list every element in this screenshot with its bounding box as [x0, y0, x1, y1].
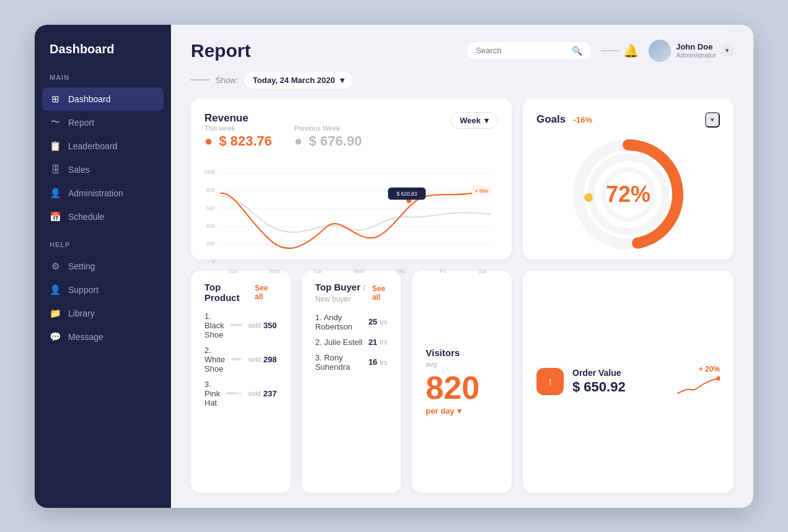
- table-row: 1. Black Shoe sold 350: [204, 312, 277, 339]
- visitors-card: Visitors avg 820 per day ▾: [412, 271, 512, 493]
- buyer-name: 1. Andy Robertson: [315, 313, 369, 331]
- svg-text:0: 0: [212, 258, 215, 264]
- header: Report 🔍 🔔 John Doe Administrator ▾: [171, 25, 753, 72]
- goals-dropdown[interactable]: ▾: [705, 112, 720, 128]
- sidebar-item-label: Report: [68, 118, 94, 128]
- sidebar-section-help: Help: [35, 241, 171, 255]
- notification-bell[interactable]: 🔔: [601, 43, 639, 58]
- sales-icon: 🗄: [50, 164, 61, 175]
- sidebar-item-label: Dashboard: [68, 94, 111, 104]
- svg-text:Tue: Tue: [313, 268, 322, 274]
- order-value-card: ↑ Order Value $ 650.92 + 20%: [523, 271, 733, 493]
- sidebar-item-report[interactable]: 〜 Report: [35, 111, 171, 134]
- svg-text:Sun: Sun: [229, 268, 238, 274]
- sidebar-section-main: Main: [35, 74, 171, 87]
- product-count: 237: [263, 389, 277, 398]
- revenue-stats: This week ● $ 823.76 Previous Week ●: [204, 124, 362, 149]
- product-bar: [226, 392, 237, 395]
- user-role: Administrator: [676, 51, 716, 59]
- prev-week-label: Previous Week: [294, 124, 362, 132]
- visitors-per-day: per day ▾: [426, 406, 461, 416]
- date-line: [191, 79, 209, 81]
- sidebar-item-message[interactable]: 💬 Message: [35, 325, 171, 349]
- sidebar: Dashboard Main ⊞ Dashboard 〜 Report 📋 Le…: [35, 25, 171, 508]
- product-count: 298: [263, 355, 277, 364]
- product-name: 1. Black Shoe: [204, 312, 224, 339]
- date-dropdown[interactable]: Today, 24 March 2020 ▾: [244, 72, 352, 89]
- week-button[interactable]: Week ▾: [450, 112, 498, 129]
- top-product-header: Top Product See all: [204, 282, 277, 303]
- svg-text:1000: 1000: [204, 168, 215, 175]
- sidebar-item-sales[interactable]: 🗄 Sales: [35, 158, 171, 181]
- product-name: 3. Pink Hat: [204, 380, 220, 408]
- search-box[interactable]: 🔍: [467, 42, 591, 59]
- order-badge: + 20%: [699, 365, 720, 373]
- sidebar-item-library[interactable]: 📁 Library: [35, 302, 171, 325]
- sidebar-item-label: Leaderboard: [68, 141, 117, 151]
- top-buyer-header: Top Buyer / New buyer See all: [315, 282, 388, 304]
- goals-card: Goals -16% ▾: [523, 98, 733, 259]
- date-value: Today, 24 March 2020: [253, 76, 335, 85]
- message-icon: 💬: [50, 331, 61, 342]
- table-row: 3. Pink Hat sold 237: [204, 380, 277, 408]
- library-icon: 📁: [50, 308, 61, 319]
- svg-text:Sat: Sat: [478, 268, 486, 274]
- header-right: 🔍 🔔 John Doe Administrator ▾: [467, 40, 733, 62]
- sidebar-item-leaderboard[interactable]: 📋 Leaderboard: [35, 134, 171, 158]
- svg-text:Fri: Fri: [440, 268, 446, 274]
- svg-point-28: [584, 193, 593, 202]
- content-grid: Revenue This week ● $ 823.76 Previous We: [171, 98, 753, 508]
- sidebar-item-support[interactable]: 👤 Support: [35, 278, 171, 302]
- sidebar-item-dashboard[interactable]: ⊞ Dashboard: [42, 87, 164, 111]
- svg-text:Wed: Wed: [354, 268, 364, 274]
- main-content: Report 🔍 🔔 John Doe Administrator ▾: [171, 25, 753, 508]
- top-buyer-title-wrap: Top Buyer / New buyer: [315, 282, 372, 304]
- page-title: Report: [191, 40, 251, 61]
- revenue-header: Revenue This week ● $ 823.76 Previous We: [204, 112, 498, 155]
- sidebar-logo: Dashboard: [35, 42, 171, 74]
- bottom-row: Top Product See all 1. Black Shoe sold 3…: [191, 271, 512, 493]
- table-row: 2. Julie Estell 21 trs: [315, 338, 388, 347]
- week-chevron-icon: ▾: [484, 116, 489, 125]
- order-right: + 20%: [676, 365, 720, 398]
- sidebar-item-label: Sales: [68, 165, 90, 175]
- chevron-down-icon[interactable]: ▾: [721, 44, 733, 57]
- sidebar-item-label: Support: [68, 285, 98, 295]
- buyer-unit: trs: [380, 338, 387, 346]
- top-buyer-see-all[interactable]: See all: [372, 284, 388, 302]
- bell-line: [601, 50, 619, 51]
- show-label: Show:: [216, 76, 238, 85]
- table-row: 3. Rony Suhendra 16 trs: [315, 353, 388, 372]
- svg-text:Mon: Mon: [270, 268, 281, 274]
- sidebar-item-schedule[interactable]: 📅 Schedule: [35, 205, 171, 229]
- revenue-title: Revenue: [204, 112, 362, 124]
- week-label: Week: [460, 116, 481, 125]
- product-bar: [230, 324, 242, 326]
- table-row: 2. White Shoe sold 298: [204, 346, 277, 373]
- support-icon: 👤: [50, 284, 61, 295]
- svg-text:600: 600: [206, 204, 215, 211]
- sidebar-item-setting[interactable]: ⚙ Setting: [35, 255, 171, 278]
- leaderboard-icon: 📋: [50, 141, 61, 152]
- dot-orange: ●: [204, 133, 212, 149]
- top-product-title: Top Product: [204, 282, 255, 303]
- product-bar-wrap: [231, 358, 242, 360]
- dashboard-icon: ⊞: [50, 94, 61, 105]
- buyer-unit: trs: [380, 359, 387, 366]
- prev-week-stat: Previous Week ● $ 676.90: [294, 124, 362, 149]
- sold-label: sold: [248, 390, 261, 397]
- search-input[interactable]: [476, 46, 567, 55]
- top-product-card: Top Product See all 1. Black Shoe sold 3…: [191, 271, 291, 493]
- revenue-chart: 1000 800 600 400 200 0: [204, 164, 498, 276]
- top-product-see-all[interactable]: See all: [255, 284, 276, 301]
- svg-point-29: [717, 377, 720, 381]
- order-amount: $ 650.92: [572, 379, 668, 395]
- user-info[interactable]: John Doe Administrator ▾: [649, 40, 733, 62]
- user-details: John Doe Administrator: [676, 42, 716, 59]
- sidebar-item-administration[interactable]: 👤 Administration: [35, 181, 171, 205]
- buyer-count: 25: [369, 317, 377, 326]
- order-title: Order Value: [572, 368, 668, 378]
- svg-text:$ 620.83: $ 620.83: [396, 191, 417, 197]
- bell-icon: 🔔: [623, 43, 639, 58]
- sidebar-item-label: Schedule: [68, 212, 104, 222]
